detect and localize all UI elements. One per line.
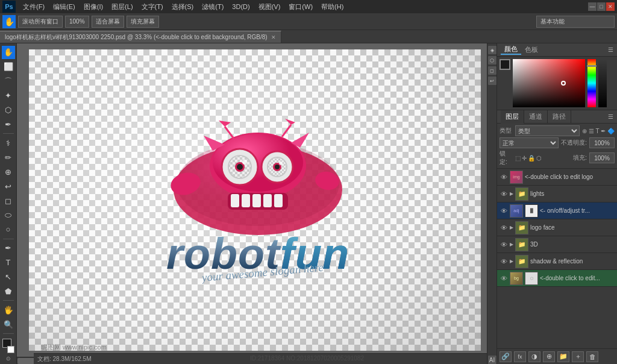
add-mask-button[interactable]: ◑ [528,351,540,362]
color-panel-menu-button[interactable]: ☰ [608,46,613,53]
svg-rect-22 [242,194,250,207]
menu-image[interactable]: 图像(I) [80,1,107,13]
background-color-swatch[interactable] [7,346,14,353]
menu-filter[interactable]: 滤镜(T) [198,1,227,13]
tab-paths[interactable]: 路径 [548,110,571,124]
clone-stamp-tool[interactable]: ⊕ [2,165,15,178]
panel-icon-styles[interactable]: ◻ [488,66,496,75]
layer-kind-select[interactable]: 类型 [515,125,580,136]
menu-help[interactable]: 帮助(H) [318,1,347,13]
opacity-strip[interactable] [598,59,607,107]
tab-close-button[interactable]: ✕ [271,34,276,40]
layer-visibility-toggle[interactable]: 👁 [500,274,508,283]
menu-text[interactable]: 文字(T) [138,1,167,13]
menu-select[interactable]: 选择(S) [168,1,198,13]
layer-visibility-toggle[interactable]: 👁 [500,173,508,181]
menu-file[interactable]: 文件(F) [19,1,48,13]
menu-view[interactable]: 视图(V) [255,1,284,13]
tab-layers[interactable]: 图层 [501,110,524,124]
menu-window[interactable]: 窗口(W) [285,1,316,13]
layer-item[interactable]: 👁 ▶ 📁 3D [497,236,617,253]
document-tab[interactable]: logo样机标志样机vi样机913003000 2250.psd @ 33.3%… [0,31,281,43]
layer-item[interactable]: 👁 ▶ 📁 logo face [497,219,617,236]
layers-panel-menu-button[interactable]: ☰ [608,113,613,120]
color-tab[interactable]: 颜色 [501,45,521,55]
layer-mask-thumbnail: ⬡ [525,272,538,285]
fill-input[interactable] [589,152,615,163]
marquee-tool[interactable]: ⬜ [2,60,15,74]
dodge-tool[interactable]: ○ [2,223,15,236]
filter-icons[interactable]: ⊕ ☰ T ✒ 🔷 [582,128,615,134]
color-saturation-brightness-picker[interactable] [513,59,585,107]
layer-mask-thumbnail: ▉ [525,204,538,218]
layer-item[interactable]: 👁 img <-double click to edit logo [497,169,617,186]
foreground-background-swatches[interactable] [2,339,14,353]
opacity-input[interactable] [589,137,615,148]
panel-icon-adjust[interactable]: ⬡ [488,56,496,64]
link-layers-button[interactable]: 🔗 [500,351,512,362]
quick-mask-button[interactable]: ⊙ [6,356,11,362]
scroll-all-windows-button[interactable]: 滚动所有窗口 [18,16,63,28]
move-tool[interactable]: ✋ [2,46,15,59]
layer-visibility-toggle[interactable]: 👁 [500,240,508,249]
layer-item[interactable]: 👁 ▶ 📁 shadow & reflection [497,253,617,270]
add-adjustment-button[interactable]: ⊕ [543,351,555,362]
swatches-tab[interactable]: 色板 [521,45,542,54]
layer-expand-arrow[interactable]: ▶ [510,259,513,264]
restore-button[interactable]: □ [597,2,606,11]
tab-channels[interactable]: 通道 [524,110,548,124]
layer-visibility-toggle[interactable]: 👁 [500,207,508,215]
fit-screen-button[interactable]: 适合屏幕 [92,16,124,28]
foreground-color-picker[interactable] [500,59,510,70]
layer-visibility-toggle[interactable]: 👁 [500,257,508,266]
gradient-tool[interactable]: ⬭ [2,209,15,222]
kind-label: 类型 [500,127,513,135]
blend-mode-select[interactable]: 正常 [500,137,559,148]
delete-layer-button[interactable]: 🗑 [586,351,598,362]
pen-tool[interactable]: ✒ [2,242,15,255]
layer-fx-button[interactable]: fx [514,351,526,362]
menu-3d[interactable]: 3D(D) [228,2,253,11]
svg-point-19 [279,162,283,165]
zoom-tool[interactable]: 🔍 [2,318,15,331]
layers-list[interactable]: 👁 img <-double click to edit logo 👁 ▶ 📁 … [497,169,617,348]
magic-wand-tool[interactable]: ✦ [2,89,15,102]
layer-visibility-toggle[interactable]: 👁 [500,190,508,198]
eyedropper-tool[interactable]: ✒ [2,118,15,131]
lock-all-icon[interactable]: 🔒 [528,155,535,162]
text-tool[interactable]: T [2,256,15,269]
panel-icon-color[interactable]: ◈ [488,46,496,54]
hand-tool[interactable]: 🖐 [2,303,15,316]
lock-pixels-icon[interactable]: ⬚ [515,155,521,162]
lock-artboard-icon[interactable]: ⬡ [536,155,542,162]
layer-expand-arrow[interactable]: ▶ [510,225,513,230]
menu-layer[interactable]: 图层(L) [108,1,136,13]
path-selection-tool[interactable]: ↖ [2,271,15,284]
eraser-tool[interactable]: ◻ [2,194,15,207]
layer-item[interactable]: 👁 adj ▉ <- on/off/adjust tr... [497,202,617,219]
workspace-selector[interactable]: 基本功能 [536,16,615,28]
layer-expand-arrow[interactable]: ▶ [510,191,513,196]
shape-tool[interactable]: ⬟ [2,285,15,298]
lasso-tool[interactable]: ⌒ [2,75,15,88]
layer-visibility-toggle[interactable]: 👁 [500,224,508,232]
fill-screen-button[interactable]: 填充屏幕 [127,16,159,28]
crop-tool[interactable]: ⬡ [2,104,15,117]
lock-position-icon[interactable]: ✛ [522,155,527,162]
zoom-percent[interactable]: 100% [65,16,89,28]
menu-edit[interactable]: 编辑(E) [49,1,79,13]
layer-item[interactable]: 👁 bg ⬡ <-double click to edit... [497,270,617,287]
canvas-scroll[interactable]: robotfun your awesome slogan here [17,43,496,364]
new-layer-button[interactable]: ＋ [572,351,584,362]
healing-brush-tool[interactable]: ⚕ [2,136,15,149]
brush-tool[interactable]: ✏ [2,151,15,164]
close-button[interactable]: ✕ [606,2,615,11]
panel-icon-history[interactable]: ↩ [488,77,496,85]
layer-expand-arrow[interactable]: ▶ [510,242,513,247]
panel-icon-ai[interactable]: AI [488,356,496,364]
minimize-button[interactable]: — [588,2,597,11]
history-brush-tool[interactable]: ↩ [2,180,15,193]
add-group-button[interactable]: 📁 [557,351,569,362]
color-hue-strip[interactable] [587,59,596,107]
layer-item[interactable]: 👁 ▶ 📁 lights [497,186,617,202]
